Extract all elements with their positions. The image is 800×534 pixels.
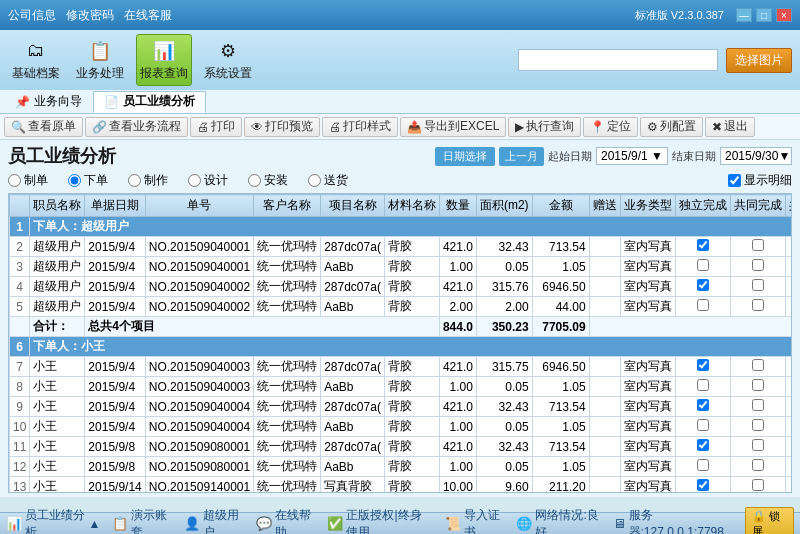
toolbar-btn-baobiao[interactable]: 📊 报表查询 bbox=[136, 34, 192, 86]
start-date-input[interactable]: 2015/9/1 ▼ bbox=[596, 147, 668, 165]
cell-done[interactable] bbox=[675, 257, 730, 277]
cell-collab[interactable] bbox=[730, 237, 785, 257]
filter-xiadan[interactable]: 下单 bbox=[68, 172, 108, 189]
table-body: 1 下单人：超级用户 2 超级用户 2015/9/4 NO.2015090400… bbox=[10, 217, 793, 494]
cell-done[interactable] bbox=[675, 417, 730, 437]
cell-done[interactable] bbox=[675, 377, 730, 397]
status-yuangong[interactable]: 📊 员工业绩分析 ▲ bbox=[6, 507, 100, 535]
status-license[interactable]: ✅ 正版授权|终身使用 bbox=[327, 507, 432, 535]
cell-done[interactable] bbox=[675, 397, 730, 417]
filter-sheji[interactable]: 设计 bbox=[188, 172, 228, 189]
filter-songhuo[interactable]: 送货 bbox=[308, 172, 348, 189]
tab-yewuxiangdao[interactable]: 📌 业务向导 bbox=[4, 91, 93, 113]
cell-collab[interactable] bbox=[730, 397, 785, 417]
table-row[interactable]: 2 超级用户 2015/9/4 NO.201509040001 统一优玛特 28… bbox=[10, 237, 793, 257]
table-row[interactable]: 3 超级用户 2015/9/4 NO.201509040001 统一优玛特 Aa… bbox=[10, 257, 793, 277]
status-bar: 📊 员工业绩分析 ▲ 📋 演示账套 👤 超级用户 💬 在线帮助 ✅ 正版授权|终… bbox=[0, 512, 800, 534]
tab-yuangongyeji[interactable]: 📄 员工业绩分析 bbox=[93, 91, 206, 113]
status-user[interactable]: 👤 超级用户 bbox=[184, 507, 244, 535]
cell-order: NO.201509040002 bbox=[145, 277, 253, 297]
lock-screen-btn[interactable]: 🔒 锁屏 bbox=[745, 507, 794, 535]
cell-done[interactable] bbox=[675, 237, 730, 257]
filter-zhidan[interactable]: 制单 bbox=[8, 172, 48, 189]
cell-collab[interactable] bbox=[730, 297, 785, 317]
cell-material: 背胶 bbox=[384, 397, 439, 417]
btn-zhixing-chaxun[interactable]: ▶ 执行查询 bbox=[508, 117, 581, 137]
cell-done[interactable] bbox=[675, 277, 730, 297]
btn-liepeizhia[interactable]: ⚙ 列配置 bbox=[640, 117, 703, 137]
title-bar-right: 标准版 V2.3.0.387 — □ × bbox=[635, 8, 792, 23]
toolbar-btn-xitong[interactable]: ⚙ 系统设置 bbox=[200, 34, 256, 86]
btn-tuichu[interactable]: ✖ 退出 bbox=[705, 117, 755, 137]
cell-project: AaBb bbox=[321, 377, 385, 397]
period-btn[interactable]: 上一月 bbox=[499, 147, 544, 166]
end-date-input[interactable]: 2015/9/30 ▼ bbox=[720, 147, 792, 165]
cell-gift bbox=[589, 457, 620, 477]
btn-dayin[interactable]: 🖨 打印 bbox=[190, 117, 242, 137]
btn-yewuliucheng[interactable]: 🔗 查看业务流程 bbox=[85, 117, 188, 137]
table-row[interactable]: 10 小王 2015/9/4 NO.201509040004 统一优玛特 AaB… bbox=[10, 417, 793, 437]
cell-customer: 统一优玛特 bbox=[254, 477, 321, 494]
cell-collabnum: 1 bbox=[785, 437, 792, 457]
cell-employee: 超级用户 bbox=[30, 257, 85, 277]
cell-project: AaBb bbox=[321, 297, 385, 317]
cell-employee: 超级用户 bbox=[30, 277, 85, 297]
window-controls: — □ × bbox=[736, 8, 792, 22]
show-detail-checkbox[interactable]: 显示明细 bbox=[728, 172, 792, 189]
table-row[interactable]: 4 超级用户 2015/9/4 NO.201509040002 统一优玛特 28… bbox=[10, 277, 793, 297]
status-zhangtan[interactable]: 📋 演示账套 bbox=[112, 507, 172, 535]
cell-done[interactable] bbox=[675, 477, 730, 494]
cell-collab[interactable] bbox=[730, 257, 785, 277]
cell-collab[interactable] bbox=[730, 377, 785, 397]
cell-project: AaBb bbox=[321, 257, 385, 277]
toolbar-btn-yewuchuli[interactable]: 📋 业务处理 bbox=[72, 34, 128, 86]
cell-collab[interactable] bbox=[730, 417, 785, 437]
btn-dayinyulan[interactable]: 👁 打印预览 bbox=[244, 117, 320, 137]
btn-daochu-excel[interactable]: 📤 导出到EXCEL bbox=[400, 117, 506, 137]
table-row[interactable]: 7 小王 2015/9/4 NO.201509040003 统一优玛特 287d… bbox=[10, 357, 793, 377]
status-network: 🌐 网络情况:良好 bbox=[516, 507, 600, 535]
filter-zhizuo[interactable]: 制作 bbox=[128, 172, 168, 189]
btn-chakan-yuandan[interactable]: 🔍 查看原单 bbox=[4, 117, 83, 137]
status-help[interactable]: 💬 在线帮助 bbox=[256, 507, 316, 535]
btn-dingwei[interactable]: 📍 定位 bbox=[583, 117, 638, 137]
change-password-link[interactable]: 修改密码 bbox=[66, 7, 114, 24]
cell-done[interactable] bbox=[675, 437, 730, 457]
cell-done[interactable] bbox=[675, 357, 730, 377]
cell-gift bbox=[589, 277, 620, 297]
cell-collab[interactable] bbox=[730, 477, 785, 494]
cell-done[interactable] bbox=[675, 297, 730, 317]
cell-gift bbox=[589, 257, 620, 277]
table-row[interactable]: 12 小王 2015/9/8 NO.201509080001 统一优玛特 AaB… bbox=[10, 457, 793, 477]
minimize-btn[interactable]: — bbox=[736, 8, 752, 22]
cell-order: NO.201509140001 bbox=[145, 477, 253, 494]
status-import-cert[interactable]: 📜 导入证书 bbox=[445, 507, 505, 535]
cell-amount: 6946.50 bbox=[532, 357, 589, 377]
filter-anzhuang[interactable]: 安装 bbox=[248, 172, 288, 189]
table-row[interactable]: 13 小王 2015/9/14 NO.201509140001 统一优玛特 写真… bbox=[10, 477, 793, 494]
cell-collab[interactable] bbox=[730, 437, 785, 457]
cell-collabnum: 1 bbox=[785, 377, 792, 397]
cell-amount: 1.05 bbox=[532, 257, 589, 277]
btn-dayinyanshi[interactable]: 🖨 打印样式 bbox=[322, 117, 398, 137]
cell-collab[interactable] bbox=[730, 457, 785, 477]
close-btn[interactable]: × bbox=[776, 8, 792, 22]
cell-amount: 1.05 bbox=[532, 417, 589, 437]
col-customer: 客户名称 bbox=[254, 195, 321, 217]
table-row[interactable]: 8 小王 2015/9/4 NO.201509040003 统一优玛特 AaBb… bbox=[10, 377, 793, 397]
cell-done[interactable] bbox=[675, 457, 730, 477]
toolbar-btn-jichudangan[interactable]: 🗂 基础档案 bbox=[8, 34, 64, 86]
data-table-container[interactable]: 职员名称 单据日期 单号 客户名称 项目名称 材料名称 数量 面积(m2) 金额… bbox=[8, 193, 792, 493]
table-row[interactable]: 5 超级用户 2015/9/4 NO.201509040002 统一优玛特 Aa… bbox=[10, 297, 793, 317]
table-row[interactable]: 9 小王 2015/9/4 NO.201509040004 统一优玛特 287d… bbox=[10, 397, 793, 417]
select-img-btn[interactable]: 选择图片 bbox=[726, 48, 792, 73]
online-support-link[interactable]: 在线客服 bbox=[124, 7, 172, 24]
cell-collab[interactable] bbox=[730, 277, 785, 297]
search-input[interactable] bbox=[518, 49, 718, 71]
company-info-link[interactable]: 公司信息 bbox=[8, 7, 56, 24]
cell-collab[interactable] bbox=[730, 357, 785, 377]
cell-date: 2015/9/4 bbox=[85, 417, 145, 437]
maximize-btn[interactable]: □ bbox=[756, 8, 772, 22]
table-row[interactable]: 11 小王 2015/9/8 NO.201509080001 统一优玛特 287… bbox=[10, 437, 793, 457]
cell-material: 背胶 bbox=[384, 257, 439, 277]
